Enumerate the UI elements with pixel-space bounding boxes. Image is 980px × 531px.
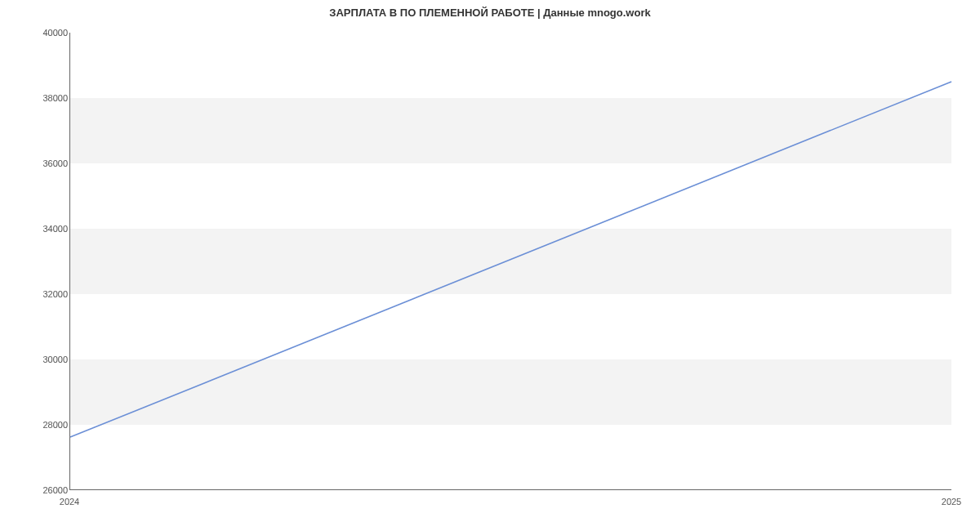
y-tick-label: 38000	[39, 93, 68, 103]
x-tick-label: 2024	[60, 497, 79, 506]
chart-title: ЗАРПЛАТА В ПО ПЛЕМЕННОЙ РАБОТЕ | Данные …	[0, 7, 980, 19]
chart-container: ЗАРПЛАТА В ПО ПЛЕМЕННОЙ РАБОТЕ | Данные …	[0, 0, 980, 531]
data-line	[70, 82, 951, 437]
y-tick-label: 36000	[39, 158, 68, 168]
y-tick-label: 26000	[39, 485, 68, 495]
y-tick-label: 32000	[39, 289, 68, 299]
y-tick-label: 40000	[39, 28, 68, 38]
x-tick-label: 2025	[942, 497, 961, 506]
plot-area	[69, 33, 951, 490]
line-series	[70, 33, 951, 489]
y-tick-label: 30000	[39, 355, 68, 364]
y-tick-label: 28000	[39, 420, 68, 430]
y-tick-label: 34000	[39, 224, 68, 234]
